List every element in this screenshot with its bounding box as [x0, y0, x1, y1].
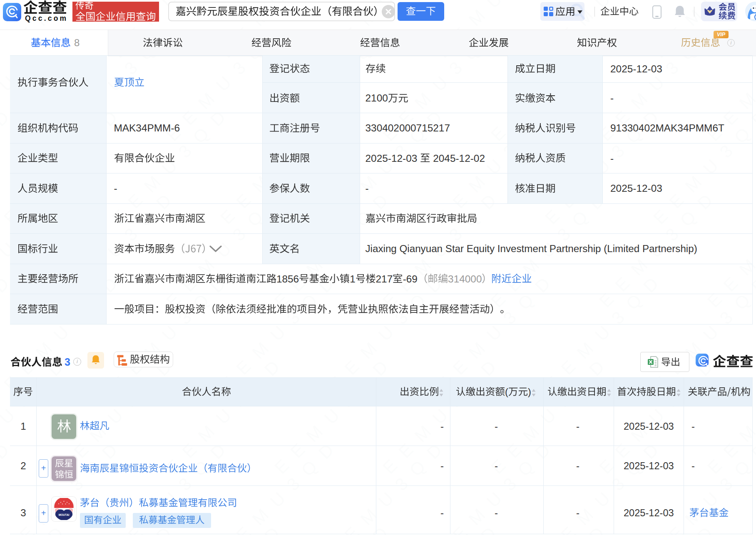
svg-text:MOUTAI: MOUTAI	[59, 513, 70, 516]
